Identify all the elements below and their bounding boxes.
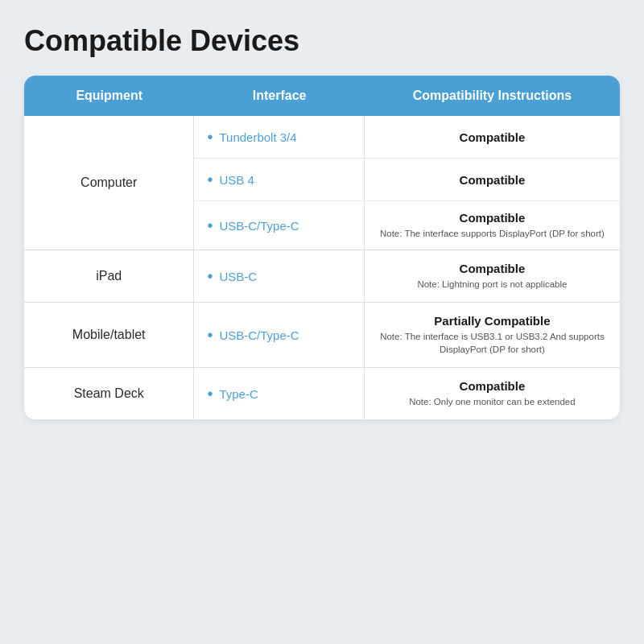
equipment-mobile: Mobile/tablet	[24, 303, 194, 367]
table-row: • Tunderbolt 3/4 Compatible	[194, 116, 620, 159]
compat-cell: Compatible Note: Only one monitor can be…	[365, 368, 620, 419]
table-body: Computer • Tunderbolt 3/4 Compatible • U…	[24, 116, 620, 419]
interface-text: USB-C/Type-C	[219, 219, 299, 233]
table-header: Equipment Interface Compatibility Instru…	[24, 76, 620, 116]
compat-main: Compatible	[460, 173, 526, 187]
interface-text: Type-C	[219, 387, 258, 401]
compat-cell: Compatible Note: The interface supports …	[365, 201, 620, 250]
bullet-icon: •	[207, 326, 213, 345]
interface-cell: • Type-C	[194, 368, 364, 419]
bullet-icon: •	[207, 129, 213, 145]
group-steamdeck: Steam Deck • Type-C Compatible Note: Onl…	[24, 368, 620, 419]
compat-note: Note: The interface supports DisplayPort…	[380, 227, 605, 240]
interface-cell: • USB-C	[194, 250, 364, 302]
equipment-computer: Computer	[24, 116, 194, 250]
table-row: • USB-C/Type-C Compatible Note: The inte…	[194, 201, 620, 250]
header-interface: Interface	[194, 76, 364, 116]
compat-main: Partially Compatible	[434, 314, 550, 328]
equipment-ipad: iPad	[24, 250, 194, 302]
compat-main: Compatible	[460, 262, 526, 275]
compat-cell: Compatible Note: Lightning port is not a…	[365, 250, 620, 302]
computer-rows: • Tunderbolt 3/4 Compatible • USB 4 Comp…	[194, 116, 620, 250]
interface-text: USB 4	[219, 173, 254, 187]
interface-cell: • Tunderbolt 3/4	[194, 116, 364, 158]
compat-main: Compatible	[460, 211, 526, 225]
group-ipad: iPad • USB-C Compatible Note: Lightning …	[24, 250, 620, 303]
interface-text: Tunderbolt 3/4	[219, 130, 296, 144]
compatible-devices-table: Equipment Interface Compatibility Instru…	[24, 76, 620, 419]
compat-note: Note: Only one monitor can be extended	[409, 395, 576, 408]
compat-note: Note: Lightning port is not applicable	[417, 278, 567, 291]
interface-cell: • USB-C/Type-C	[194, 201, 364, 250]
equipment-steamdeck: Steam Deck	[24, 368, 194, 419]
bullet-icon: •	[207, 217, 213, 233]
compat-main: Compatible	[460, 130, 526, 144]
interface-cell: • USB-C/Type-C	[194, 303, 364, 367]
compat-cell: Partially Compatible Note: The interface…	[365, 303, 620, 367]
interface-cell: • USB 4	[194, 159, 364, 200]
group-mobile: Mobile/tablet • USB-C/Type-C Partially C…	[24, 303, 620, 368]
page-title: Compatible Devices	[24, 24, 299, 58]
bullet-icon: •	[207, 267, 213, 286]
interface-text: USB-C	[219, 270, 257, 283]
compat-cell: Compatible	[365, 116, 620, 158]
header-equipment: Equipment	[24, 76, 194, 116]
compat-cell: Compatible	[365, 159, 620, 200]
header-compatibility: Compatibility Instructions	[365, 76, 620, 116]
bullet-icon: •	[207, 171, 213, 188]
compat-note: Note: The interface is USB3.1 or USB3.2 …	[376, 330, 609, 356]
interface-text: USB-C/Type-C	[219, 328, 299, 342]
group-computer: Computer • Tunderbolt 3/4 Compatible • U…	[24, 116, 620, 250]
bullet-icon: •	[207, 385, 213, 403]
compat-main: Compatible	[460, 379, 526, 393]
table-row: • USB 4 Compatible	[194, 159, 620, 201]
